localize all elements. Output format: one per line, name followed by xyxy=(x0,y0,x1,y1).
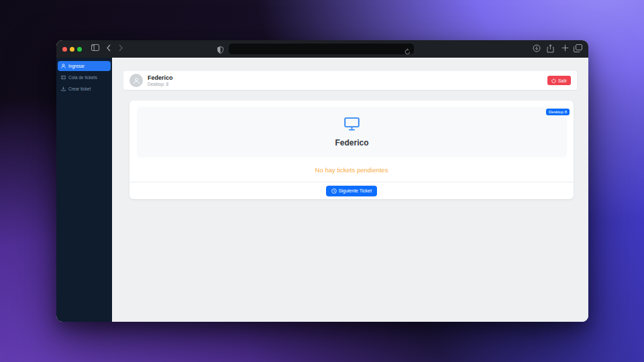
sidebar-item-label: Ingresar xyxy=(68,64,85,68)
back-icon[interactable] xyxy=(106,44,111,52)
forward-icon[interactable] xyxy=(118,44,123,52)
logout-button[interactable]: Salir xyxy=(547,76,571,85)
sidebar-item-crear-ticket[interactable]: Crear ticket xyxy=(58,84,111,94)
sidebar-item-label: Cola de tickets xyxy=(68,75,97,80)
no-pending-tickets-message: No hay tickets pendientes xyxy=(315,166,388,174)
desktop-user-title: Federico xyxy=(335,138,368,147)
browser-titlebar xyxy=(56,40,588,58)
desktop-badge: Desktop 8 xyxy=(546,109,570,115)
card-hero: Federico xyxy=(137,107,567,158)
monitor-icon xyxy=(344,117,360,133)
create-ticket-icon xyxy=(61,86,66,91)
ticket-icon xyxy=(61,75,66,80)
sidebar-item-cola-de-tickets[interactable]: Cola de tickets xyxy=(58,72,111,82)
minimize-window-button[interactable] xyxy=(70,47,74,52)
browser-window: Ingresar Cola de tickets Crear ticket xyxy=(56,40,588,322)
card-footer: Siguiente Ticket xyxy=(129,182,574,199)
user-desktop-label: Desktop: 8 xyxy=(148,82,173,86)
main-content: Federico Desktop: 8 Salir Desktop 8 xyxy=(112,58,588,322)
clock-icon xyxy=(331,188,337,194)
empty-state-row: No hay tickets pendientes xyxy=(129,158,574,182)
next-ticket-label: Siguiente Ticket xyxy=(339,188,372,193)
ticket-card: Desktop 8 Federico No hay tickets pendie… xyxy=(129,101,574,199)
share-icon[interactable] xyxy=(547,44,554,53)
new-tab-icon[interactable] xyxy=(561,44,569,52)
user-name: Federico xyxy=(148,74,173,81)
app-sidebar: Ingresar Cola de tickets Crear ticket xyxy=(56,58,112,322)
sidebar-item-ingresar[interactable]: Ingresar xyxy=(58,61,111,71)
next-ticket-button[interactable]: Siguiente Ticket xyxy=(326,186,377,196)
close-window-button[interactable] xyxy=(62,47,67,52)
user-header-bar: Federico Desktop: 8 Salir xyxy=(123,71,577,90)
logout-label: Salir xyxy=(558,78,567,83)
sidebar-toggle-icon[interactable] xyxy=(91,44,99,51)
address-bar[interactable] xyxy=(229,44,414,54)
privacy-shield-icon[interactable] xyxy=(217,44,223,56)
zoom-window-button[interactable] xyxy=(77,47,82,52)
person-icon xyxy=(133,77,140,84)
sidebar-item-label: Crear ticket xyxy=(68,86,91,91)
power-icon xyxy=(551,78,556,83)
person-icon xyxy=(61,64,66,68)
tab-overview-icon[interactable] xyxy=(574,44,582,52)
avatar xyxy=(129,74,143,87)
downloads-icon[interactable] xyxy=(533,44,541,52)
reload-icon[interactable] xyxy=(405,46,411,58)
user-meta: Federico Desktop: 8 xyxy=(148,74,173,87)
